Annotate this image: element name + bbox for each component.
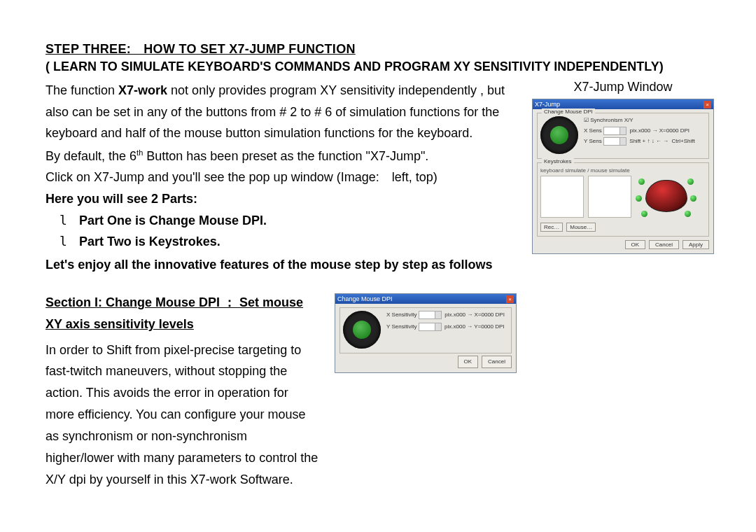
keystrokes-hint: keyboard simulate / mouse simulate [540,167,706,174]
keystrokes-box-1[interactable] [540,176,584,218]
keystrokes-mini-button[interactable]: Mouse… [566,223,596,232]
shot1-title: X7-Jump [535,101,560,108]
keystrokes-mini-button[interactable]: Rec… [540,223,563,232]
intro-pre: The function [46,83,118,97]
shot1-cancel-button[interactable]: Cancel [649,240,679,249]
default-a: By default, the 6 [46,149,136,163]
close-icon[interactable]: × [506,295,514,303]
bullet-glyph-1: l [59,210,79,232]
close-icon[interactable]: × [704,101,711,108]
dpi-fields: X Sensitivity pix.x000 → X=0000 DPI Y Se… [386,311,508,332]
shot2-ok-button[interactable]: OK [458,356,479,368]
bullet-part-two: lPart Two is Keystrokes. [46,231,517,253]
default-sup: th [136,148,143,157]
intro-bold: X7-work [118,83,167,97]
shot1-group2-legend: Keystrokes [542,158,574,164]
step-subtitle: ( LEARN TO SIMULATE KEYBOARD'S COMMANDS … [46,59,714,74]
keystrokes-box-2[interactable] [588,176,631,218]
step-heading: STEP THREE: HOW TO SET X7-JUMP FUNCTION [46,42,714,57]
click-line: Click on X7-Jump and you'll see the pop … [46,167,517,188]
screenshot-x7-jump: X7-Jump × Change Mouse DPI ☑ Synchronism… [532,99,714,254]
shot2-title: Change Mouse DPI [337,294,393,304]
section-i-heading: Section I: Change Mouse DPI ： Set mouse … [46,292,319,335]
default-line: By default, the 6th Button has been pres… [46,146,517,167]
part-one-label: Part One is Change Mouse DPI. [79,214,267,227]
dpi-dial-icon [540,116,578,154]
bullet-part-one: lPart One is Change Mouse DPI. [46,210,517,232]
dpi-dial-icon [343,311,381,349]
shot1-ok-button[interactable]: OK [625,240,646,249]
default-b: Button has been preset as the function "… [143,149,428,163]
mouse-diagram [636,176,697,219]
shot1-group1-legend: Change Mouse DPI [542,108,595,115]
shot2-cancel-button[interactable]: Cancel [482,356,512,368]
section-i-body: In order to Shift from pixel-precise tar… [46,340,319,491]
dpi-fields: ☑ Synchronism X/Y X Sens pix.x000 → X=00… [584,116,706,146]
enjoy-line: Let's enjoy all the innovative features … [46,254,517,276]
mouse-icon [645,180,687,212]
intro-paragraph: The function X7-work not only provides p… [46,80,517,144]
part-two-label: Part Two is Keystrokes. [79,234,220,248]
shot1-apply-button[interactable]: Apply [682,240,709,249]
parts-header: Here you will see 2 Parts: [46,188,517,210]
screenshot1-caption: X7-Jump Window [532,80,714,94]
screenshot-change-dpi: Change Mouse DPI × X Sensitivity pix.x00… [335,293,517,373]
bullet-glyph-2: l [59,231,79,253]
